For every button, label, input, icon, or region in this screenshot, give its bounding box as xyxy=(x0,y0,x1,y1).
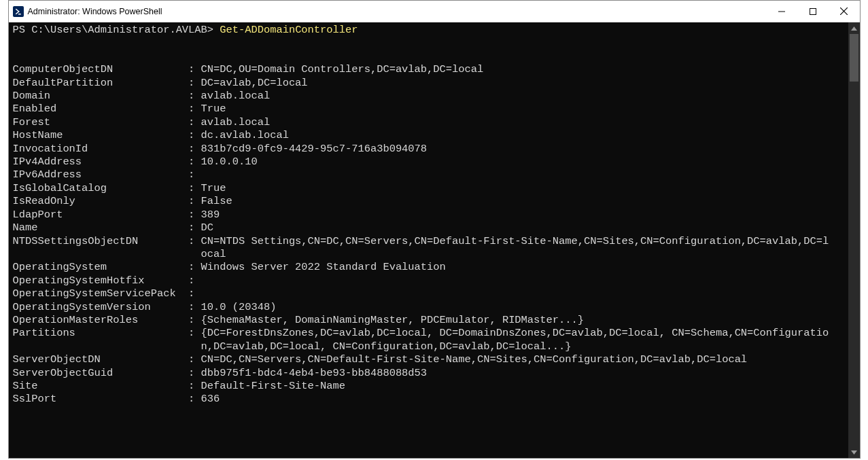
maximize-button[interactable] xyxy=(797,1,829,22)
powershell-icon xyxy=(13,6,24,17)
scroll-up-arrow[interactable] xyxy=(848,22,860,34)
scroll-down-arrow[interactable] xyxy=(848,446,860,458)
svg-rect-2 xyxy=(810,8,816,14)
prompt-prefix: PS C:\Users\Administrator.AVLAB> xyxy=(13,24,220,36)
command-text: Get-ADDomainController xyxy=(220,24,358,36)
titlebar[interactable]: Administrator: Windows PowerShell xyxy=(9,1,860,22)
scroll-thumb[interactable] xyxy=(850,34,858,82)
minimize-button[interactable] xyxy=(766,1,797,22)
terminal-output[interactable]: PS C:\Users\Administrator.AVLAB> Get-ADD… xyxy=(9,22,848,458)
powershell-window: Administrator: Windows PowerShell PS C:\… xyxy=(8,0,861,459)
window-title: Administrator: Windows PowerShell xyxy=(28,7,162,16)
vertical-scrollbar[interactable] xyxy=(848,22,860,458)
close-button[interactable] xyxy=(829,1,860,22)
